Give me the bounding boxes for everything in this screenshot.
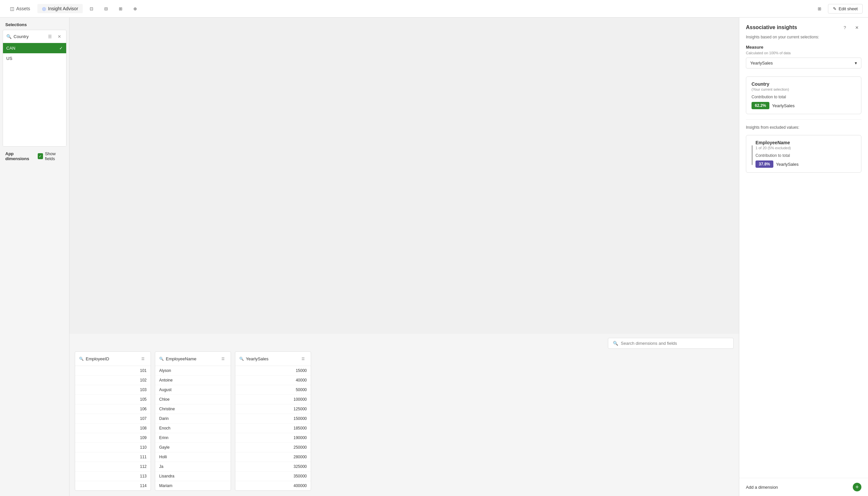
table-row: 50000 — [235, 385, 311, 395]
table-row: Enoch — [155, 423, 231, 433]
employee-id-table: 🔍 EmployeeID ☰ 101 102 103 105 106 107 1… — [75, 352, 151, 491]
search-input[interactable] — [621, 341, 729, 346]
add-dimension-row[interactable]: Add a dimension + — [739, 478, 868, 496]
table-row: Christine — [155, 404, 231, 414]
filter-empty-area — [3, 63, 66, 146]
filter-clear-btn[interactable]: ✕ — [56, 33, 63, 40]
target-btn[interactable]: ⊕ — [129, 3, 141, 15]
yearly-sales-list-btn[interactable]: ☰ — [299, 355, 307, 362]
right-panel: Associative insights ? ✕ Insights based … — [739, 17, 868, 496]
content-area: 🔍 🔍 EmployeeID ☰ 101 102 103 105 — [69, 17, 739, 496]
table-row: 108 — [75, 423, 151, 433]
yearly-sales-table: 🔍 YearlySales ☰ 15000 40000 50000 100000… — [235, 352, 311, 491]
employee-id-search-icon: 🔍 — [79, 357, 84, 361]
tables-container: 🔍 EmployeeID ☰ 101 102 103 105 106 107 1… — [75, 352, 734, 491]
assets-icon: ◫ — [10, 6, 14, 11]
left-panel: Selections 🔍 Country ☰ ✕ CAN ✓ US App di… — [0, 17, 69, 496]
table-row: 150000 — [235, 414, 311, 423]
main-layout: Selections 🔍 Country ☰ ✕ CAN ✓ US App di… — [0, 17, 868, 496]
search-bar-wrapper: 🔍 — [75, 334, 734, 352]
right-panel-subtitle: Insights based on your current selection… — [739, 35, 868, 45]
table-row: Ja — [155, 462, 231, 471]
excluded-card-title: EmployeeName — [756, 140, 856, 145]
filter-list-btn[interactable]: ☰ — [46, 33, 53, 40]
insight-advisor-tab[interactable]: ◎ Insight Advisor — [37, 4, 83, 13]
employee-name-title: EmployeeName — [166, 356, 217, 361]
table-row: 250000 — [235, 443, 311, 452]
data-area: 🔍 🔍 EmployeeID ☰ 101 102 103 105 — [69, 334, 739, 496]
filter-pane: 🔍 Country ☰ ✕ CAN ✓ US — [3, 30, 66, 146]
chevron-down-icon: ▾ — [855, 61, 857, 65]
table-row: 109 — [75, 433, 151, 443]
measure-select[interactable]: YearlySales ▾ — [746, 58, 862, 68]
yearly-sales-header: 🔍 YearlySales ☰ — [235, 352, 311, 366]
edit-icon: ✎ — [833, 6, 837, 11]
table-row: 40000 — [235, 375, 311, 385]
table-row: 280000 — [235, 452, 311, 462]
table-row: 110 — [75, 443, 151, 452]
table-row: Antoine — [155, 375, 231, 385]
filter-item-can[interactable]: CAN ✓ — [3, 43, 66, 53]
table-row: Mariam — [155, 481, 231, 490]
app-dimensions-label: App dimensions — [5, 151, 34, 161]
show-fields-label: Show fields — [45, 151, 64, 161]
excluded-card-badges: 37.8% YearlySales — [756, 160, 856, 168]
measure-label: Measure — [746, 45, 862, 50]
employee-name-table: 🔍 EmployeeName ☰ Alyson Antoine August C… — [155, 352, 231, 491]
table-row: 112 — [75, 462, 151, 471]
table-row: 100000 — [235, 395, 311, 404]
yearly-sales-title: YearlySales — [246, 356, 297, 361]
table-row: 15000 — [235, 366, 311, 375]
employee-name-list-btn[interactable]: ☰ — [219, 355, 227, 362]
table-row: 103 — [75, 385, 151, 395]
excluded-card[interactable]: EmployeeName 1 of 20 (5% excluded) Contr… — [746, 135, 862, 173]
badge-field-label: YearlySales — [772, 103, 794, 108]
employee-id-list-btn[interactable]: ☰ — [139, 355, 146, 362]
rubber-band-btn[interactable]: ⊟ — [100, 3, 112, 15]
table-row: Chloe — [155, 395, 231, 404]
filter-pane-title: Country — [14, 34, 44, 39]
table-row: 111 — [75, 452, 151, 462]
divider — [746, 120, 862, 120]
table-row: Alyson — [155, 366, 231, 375]
show-fields-checkbox[interactable]: ✓ Show fields — [38, 151, 64, 161]
lasso-select-btn[interactable]: ⊡ — [86, 3, 97, 15]
filter-item-us[interactable]: US — [3, 53, 66, 63]
insight-advisor-icon: ◎ — [42, 6, 46, 11]
info-btn[interactable]: ? — [840, 23, 850, 32]
green-badge: 62.2% — [751, 102, 770, 109]
current-selection-card[interactable]: Country (Your current selection) Contrib… — [746, 76, 862, 114]
filter-pane-header: 🔍 Country ☰ ✕ — [3, 30, 66, 43]
canvas-area — [69, 17, 739, 334]
app-dimensions-bar: App dimensions ✓ Show fields — [0, 146, 69, 166]
current-selection-title: Country — [751, 81, 856, 87]
excluded-card-contrib: Contribution to total — [756, 153, 856, 158]
assets-tab[interactable]: ◫ Assets — [5, 4, 35, 13]
table-row: August — [155, 385, 231, 395]
selections-header: Selections — [0, 17, 69, 30]
table-row: 185000 — [235, 423, 311, 433]
filter-search-icon: 🔍 — [6, 34, 12, 39]
excluded-badge-field-label: YearlySales — [776, 162, 799, 167]
add-dimension-icon: + — [853, 483, 862, 491]
close-btn[interactable]: ✕ — [852, 23, 862, 32]
employee-id-title: EmployeeID — [86, 356, 137, 361]
table-row: Gayle — [155, 443, 231, 452]
filter-value-can: CAN — [6, 46, 15, 51]
yearly-sales-search-icon: 🔍 — [239, 357, 244, 361]
right-panel-header: Associative insights ? ✕ — [739, 17, 868, 35]
paint-brush-btn[interactable]: ⊞ — [114, 3, 126, 15]
excluded-insights-label: Insights from excluded values: — [739, 122, 868, 133]
table-row: Holli — [155, 452, 231, 462]
measure-sub: Calculated on 100% of data — [746, 51, 862, 55]
table-row: 325000 — [235, 462, 311, 471]
grid-view-btn[interactable]: ⊞ — [813, 3, 825, 15]
edit-sheet-button[interactable]: ✎ Edit sheet — [828, 4, 863, 14]
table-row: 350000 — [235, 471, 311, 481]
table-row: Darin — [155, 414, 231, 423]
table-row: 107 — [75, 414, 151, 423]
insight-advisor-label: Insight Advisor — [48, 6, 78, 11]
search-bar: 🔍 — [608, 338, 734, 349]
edit-sheet-label: Edit sheet — [839, 6, 858, 11]
excluded-card-sub: 1 of 20 (5% excluded) — [756, 146, 856, 150]
